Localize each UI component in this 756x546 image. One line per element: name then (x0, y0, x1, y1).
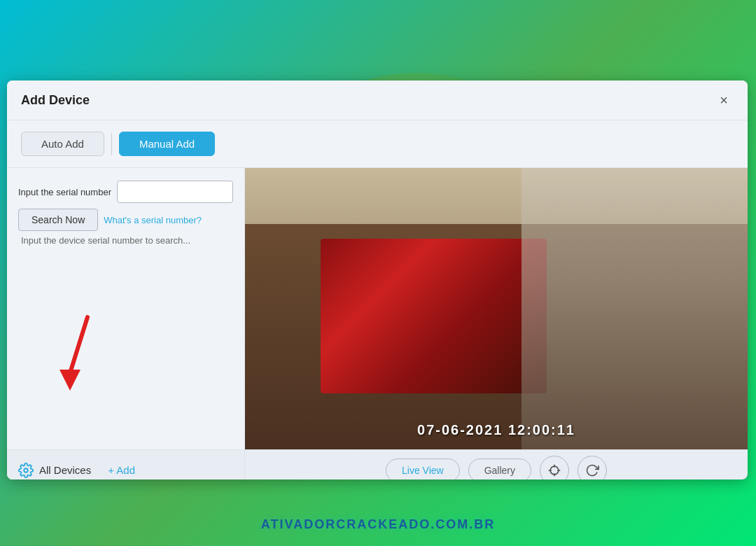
left-bottom-bar: All Devices + Add (7, 449, 244, 479)
camera-toolbar: Live View Gallery (245, 449, 748, 479)
search-area: Input the serial number Search Now What'… (7, 168, 244, 235)
svg-line-0 (70, 317, 88, 373)
red-arrow (49, 310, 112, 397)
svg-point-3 (550, 466, 559, 475)
tab-manual-add[interactable]: Manual Add (119, 132, 215, 156)
all-devices-label: All Devices (39, 464, 91, 476)
refresh-button[interactable] (578, 456, 607, 480)
camera-right-wall (522, 168, 748, 449)
what-is-serial-link[interactable]: What's a serial number? (104, 215, 209, 225)
camera-timestamp: 07-06-2021 12:00:11 (417, 422, 575, 438)
camera-red-object (321, 239, 547, 393)
gallery-button[interactable]: Gallery (468, 458, 531, 480)
arrow-area (7, 253, 244, 449)
svg-marker-1 (59, 370, 80, 391)
live-view-button[interactable]: Live View (386, 458, 460, 480)
add-device-dialog: Add Device × Auto Add Manual Add Input t… (7, 80, 748, 479)
add-button[interactable]: + Add (108, 464, 135, 476)
all-devices-button[interactable]: All Devices (18, 463, 91, 478)
dialog-title: Add Device (21, 93, 90, 108)
left-panel: Input the serial number Search Now What'… (7, 168, 245, 479)
search-now-button[interactable]: Search Now (18, 209, 98, 231)
serial-label: Input the serial number (18, 187, 111, 197)
watermark: ATIVADORCRACKEADO.COM.BR (261, 517, 495, 532)
camera-feed: 07-06-2021 12:00:11 (245, 168, 748, 449)
svg-point-2 (24, 468, 28, 472)
tab-divider (111, 133, 112, 155)
tab-auto-add[interactable]: Auto Add (21, 132, 104, 156)
refresh-icon (585, 463, 599, 477)
dialog-body: Input the serial number Search Now What'… (7, 168, 748, 479)
crosshair-icon (547, 463, 561, 477)
close-button[interactable]: × (714, 90, 734, 110)
serial-input[interactable] (117, 181, 233, 203)
ptz-button[interactable] (540, 456, 569, 480)
tabs-row: Auto Add Manual Add (7, 120, 748, 168)
camera-scene (245, 168, 748, 449)
dialog-header: Add Device × (7, 80, 748, 120)
search-hint: Input the device serial number to search… (7, 235, 244, 253)
gear-icon (18, 463, 34, 478)
right-panel: 07-06-2021 12:00:11 Live View Gallery (245, 168, 748, 479)
